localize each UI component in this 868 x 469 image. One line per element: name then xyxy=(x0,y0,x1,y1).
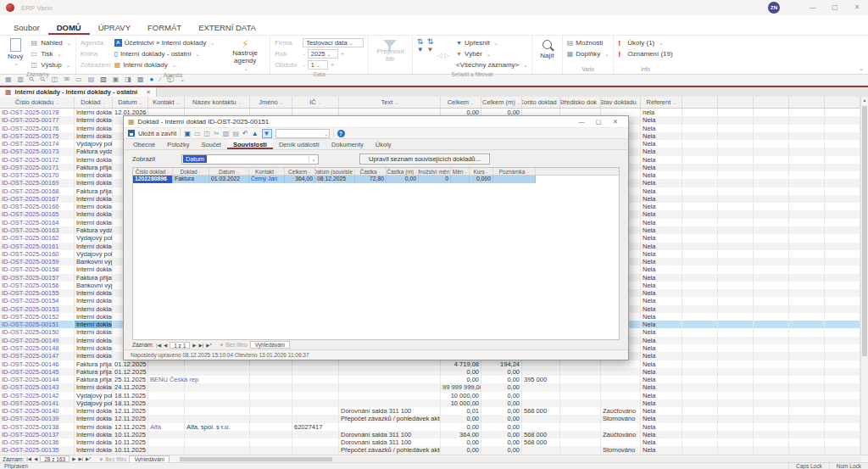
grid-cell[interactable] xyxy=(560,415,601,422)
grid-cell[interactable] xyxy=(825,179,860,187)
grid-cell[interactable] xyxy=(250,431,292,438)
close-tab-icon[interactable]: ✕ xyxy=(146,89,151,96)
grid-cell[interactable]: ID-OST-2025-00153 xyxy=(0,305,75,313)
grid-cell[interactable]: Nela xyxy=(641,431,682,438)
grid-cell[interactable]: Nela xyxy=(641,383,682,391)
grid-cell[interactable] xyxy=(789,313,825,321)
grid-cell[interactable] xyxy=(185,383,250,391)
grid-cell[interactable] xyxy=(339,392,441,399)
grid-cell[interactable]: Interní doklad xyxy=(75,383,113,391)
grid-cell[interactable] xyxy=(560,383,601,391)
column-header[interactable]: Celkem⌄ xyxy=(441,97,481,108)
grid-cell[interactable] xyxy=(185,392,250,399)
grid-cell[interactable]: Bankovní výpis xyxy=(75,258,113,265)
grid-cell[interactable]: 0,00 xyxy=(481,446,522,454)
dialog-grid-cell[interactable] xyxy=(493,176,536,183)
sort-arrow-icon[interactable]: ⌄ xyxy=(167,170,170,174)
grid-cell[interactable] xyxy=(754,203,789,210)
grid-cell[interactable]: ID-OST-2025-00157 xyxy=(0,274,75,282)
grid-cell[interactable]: Faktura přijatá xyxy=(75,187,113,195)
grid-cell[interactable] xyxy=(682,289,718,297)
grid-cell[interactable] xyxy=(718,321,754,328)
grid-cell[interactable]: Interní doklad xyxy=(75,210,113,218)
grid-cell[interactable]: 0,00 xyxy=(441,446,481,454)
grid-cell[interactable]: Interní doklad xyxy=(75,116,113,124)
grid-cell[interactable]: 99 999 999,00 xyxy=(441,383,481,391)
grid-cell[interactable] xyxy=(754,352,789,360)
grid-cell[interactable] xyxy=(825,282,860,289)
ukoly-dropdown[interactable]: ! Úkoly (1) xyxy=(618,37,672,48)
grid-cell[interactable]: 0,00 xyxy=(481,383,522,391)
grid-cell[interactable] xyxy=(148,407,185,415)
sort-asc-icon[interactable]: ⇅ xyxy=(417,37,424,46)
grid-cell[interactable]: Nela xyxy=(641,282,682,289)
grid-cell[interactable]: ID-OST-2025-00136 xyxy=(0,438,75,446)
grid-cell[interactable] xyxy=(522,446,560,454)
grid-cell[interactable] xyxy=(148,415,185,422)
dialog-first-record-button[interactable]: |◀ xyxy=(156,343,161,348)
scrollbar-thumb[interactable] xyxy=(862,106,867,356)
grid-cell[interactable] xyxy=(754,109,789,116)
grid-cell[interactable] xyxy=(789,203,825,210)
grid-cell[interactable] xyxy=(754,274,789,282)
grid-cell[interactable] xyxy=(185,360,250,368)
grid-cell[interactable]: Interní doklad xyxy=(75,243,113,250)
grid-cell[interactable] xyxy=(148,399,185,407)
grid-cell[interactable] xyxy=(250,368,292,376)
grid-cell[interactable]: 0,00 xyxy=(441,376,481,383)
grid-cell[interactable]: Interní doklad xyxy=(75,423,113,431)
dialog-grid-cell[interactable]: 0 xyxy=(419,176,451,183)
grid-cell[interactable] xyxy=(789,376,825,383)
grid-cell[interactable] xyxy=(682,282,718,289)
new-record-button-nav[interactable]: ▶* xyxy=(86,456,91,461)
grid-cell[interactable]: Interní doklad xyxy=(75,297,113,304)
grid-cell[interactable]: 0,00 xyxy=(481,376,522,383)
grid-cell[interactable]: Interní doklad xyxy=(75,219,113,226)
grid-cell[interactable] xyxy=(185,438,250,446)
grid-cell[interactable] xyxy=(339,399,441,407)
grid-cell[interactable] xyxy=(789,368,825,376)
grid-cell[interactable] xyxy=(718,132,754,140)
grid-cell[interactable] xyxy=(682,226,718,234)
dialog-grid-cell[interactable]: 0,00 xyxy=(387,176,419,183)
grid-cell[interactable]: Faktura přijatá xyxy=(75,360,113,368)
grid-cell[interactable]: ID-OST-2025-00144 xyxy=(0,376,75,383)
grid-cell[interactable]: ID-OST-2025-00142 xyxy=(0,392,75,399)
grid-cell[interactable] xyxy=(185,399,250,407)
grid-cell[interactable] xyxy=(754,344,789,352)
cut-icon[interactable]: ✂ xyxy=(214,130,220,137)
grid-cell[interactable] xyxy=(754,156,789,164)
grid-cell[interactable]: Nela xyxy=(641,116,682,124)
user-avatar[interactable]: ZN xyxy=(768,2,780,14)
grid-cell[interactable] xyxy=(718,171,754,179)
grid-cell[interactable] xyxy=(825,132,860,140)
zobrazit-combo[interactable]: Datum ⌄ xyxy=(181,154,319,165)
firma-select[interactable]: Testovací data xyxy=(303,38,364,47)
grid-cell[interactable]: Interní doklad xyxy=(75,305,113,313)
sort-desc-icon[interactable]: ⇅ xyxy=(427,37,434,46)
grid-cell[interactable] xyxy=(754,313,789,321)
grid-cell[interactable]: ID-OST-2025-00166 xyxy=(0,203,75,210)
grid-cell[interactable]: Faktura vydaná xyxy=(75,226,113,234)
grid-cell[interactable] xyxy=(682,234,718,242)
sort-arrow-icon[interactable]: ⌄ xyxy=(176,100,180,105)
grid-cell[interactable] xyxy=(339,423,441,431)
grid-cell[interactable]: Nela xyxy=(641,148,682,155)
column-header[interactable]: Referent⌄ xyxy=(641,97,682,108)
grid-cell[interactable] xyxy=(718,282,754,289)
column-header[interactable] xyxy=(718,97,754,108)
table-row[interactable]: ID-OST-2025-00139Interní doklad12.11.202… xyxy=(0,415,860,422)
dialog-column-header[interactable]: Datum⌄ xyxy=(209,168,249,175)
grid-cell[interactable]: ID-OST-2025-00145 xyxy=(0,368,75,376)
grid-cell[interactable] xyxy=(718,234,754,242)
grid-cell[interactable] xyxy=(682,187,718,195)
menu-tab-formát[interactable]: FORMÁT xyxy=(139,20,190,35)
grid-cell[interactable] xyxy=(789,337,825,344)
grid-cell[interactable] xyxy=(754,187,789,195)
table-row[interactable]: ID-OST-2025-00138Interní doklad12.11.202… xyxy=(0,423,860,431)
find-button[interactable]: Najít xyxy=(537,37,557,59)
dialog-column-header[interactable]: Měn⌄ xyxy=(451,168,470,175)
grid-cell[interactable] xyxy=(789,399,825,407)
grid-cell[interactable]: 568 000 xyxy=(522,407,560,415)
grid-cell[interactable]: Stornováno xyxy=(601,415,641,422)
